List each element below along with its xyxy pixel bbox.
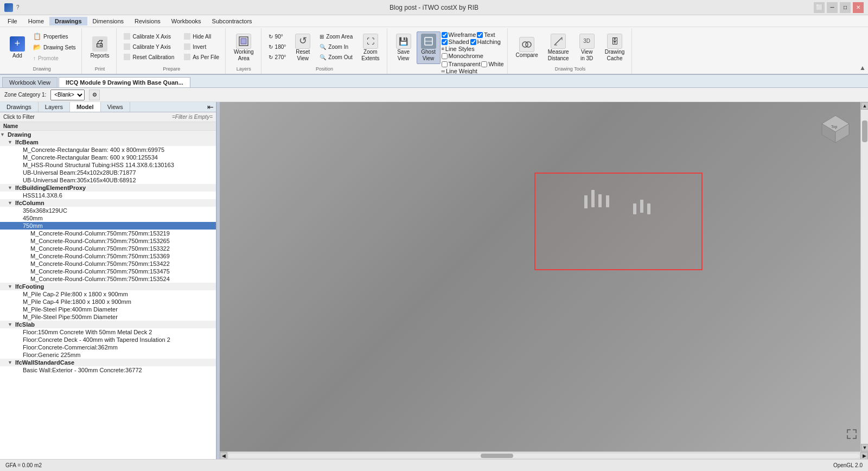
calibrate-x-button[interactable]: Calibrate X Axis: [121, 31, 177, 41]
tree-item-ub-universal-305[interactable]: UB-Universal Beam:305x165x40UB:68912: [0, 176, 216, 184]
measure-distance-button[interactable]: Measure Distance: [544, 31, 573, 64]
menu-revisions[interactable]: Revisions: [129, 17, 166, 26]
canvas-area[interactable]: Top: [220, 102, 868, 451]
ghost-view-button[interactable]: Ghost View: [417, 31, 441, 64]
promote-button[interactable]: ↑ Promote: [30, 53, 78, 63]
tree-item-ub-universal-254[interactable]: UB-Universal Beam:254x102x28UB:71877: [0, 169, 216, 176]
tree-item-floor-generic[interactable]: Floor:Generic 225mm: [0, 351, 216, 359]
scroll-right-arrow[interactable]: ▶: [860, 452, 868, 460]
tree-item-floor-concrete-comm[interactable]: Floor:Concrete-Commercial:362mm: [0, 343, 216, 351]
tree-item-m-col-153265[interactable]: M_Concrete-Round-Column:750mm:750mm:1532…: [0, 237, 216, 245]
tree-item-ifc-column[interactable]: ▼IfcColumn: [0, 199, 216, 207]
save-view-button[interactable]: 💾 Save View: [392, 31, 416, 64]
scroll-track-v[interactable]: [861, 110, 868, 444]
hide-all-button[interactable]: Hide All: [181, 31, 222, 41]
zone-settings-button[interactable]: ⚙: [89, 90, 100, 100]
drawing-sets-button[interactable]: 📂 Drawing Sets: [30, 42, 78, 52]
tree-item-m-col-153422[interactable]: M_Concrete-Round-Column:750mm:750mm:1534…: [0, 260, 216, 268]
text-check[interactable]: [477, 32, 483, 38]
tree-item-m-concrete-rect-400[interactable]: M_Concrete-Rectangular Beam: 400 x 800mm…: [0, 146, 216, 154]
restore-btn[interactable]: ⬜: [814, 2, 825, 13]
working-area-button[interactable]: Working Area: [230, 31, 258, 64]
tree-item-m-col-153369[interactable]: M_Concrete-Round-Column:750mm:750mm:1533…: [0, 252, 216, 260]
drawing-cache-button[interactable]: 🗄 Drawing Cache: [601, 31, 629, 64]
transparent-check[interactable]: [442, 61, 448, 67]
help-icon[interactable]: ?: [16, 4, 20, 10]
menu-drawings[interactable]: Drawings: [49, 17, 87, 26]
scroll-left-arrow[interactable]: ◀: [220, 452, 227, 460]
ribbon-collapse-icon[interactable]: ▲: [859, 64, 866, 72]
tree-item-750mm[interactable]: 750mm: [0, 222, 216, 230]
zone-category-select[interactable]: <Blank>: [50, 90, 85, 100]
tree-area[interactable]: ▼Drawing▼IfcBeamM_Concrete-Rectangular B…: [0, 131, 216, 459]
expand-button[interactable]: [846, 429, 857, 442]
white-check[interactable]: [481, 61, 487, 67]
tree-item-356x368[interactable]: 356x368x129UC: [0, 207, 216, 214]
calibrate-y-button[interactable]: Calibrate Y Axis: [121, 42, 177, 52]
zoom-area-button[interactable]: ⊞Zoom Area: [317, 31, 355, 41]
scroll-up-arrow[interactable]: ▲: [861, 102, 868, 110]
tree-item-drawing[interactable]: ▼Drawing: [0, 131, 216, 138]
zoom-extents-button[interactable]: ⛶ Zoom Extents: [358, 31, 383, 64]
tree-item-ifc-building[interactable]: ▼IfcBuildingElementProxy: [0, 184, 216, 192]
invert-button[interactable]: Invert: [181, 42, 222, 52]
as-per-file-button[interactable]: As Per File: [181, 52, 222, 62]
maximize-btn[interactable]: □: [840, 2, 851, 13]
3d-cube-widget[interactable]: Top: [819, 113, 852, 145]
tree-item-m-hss-round[interactable]: M_HSS-Round Structural Tubing:HSS 114.3X…: [0, 161, 216, 169]
shaded-check[interactable]: [442, 39, 448, 45]
scroll-track-h[interactable]: [228, 454, 859, 458]
properties-button[interactable]: 📋 Properties: [30, 31, 78, 41]
hatching-check[interactable]: [470, 39, 476, 45]
tab-layers[interactable]: Layers: [39, 102, 70, 112]
rotate-270-button[interactable]: ↻270°: [266, 52, 289, 62]
minimize-btn[interactable]: ─: [827, 2, 838, 13]
wireframe-check[interactable]: [442, 32, 448, 38]
view-3d-button[interactable]: 3D View in 3D: [575, 31, 599, 64]
tree-item-basic-wall[interactable]: Basic Wall:Exterior - 300mm Concrete:367…: [0, 366, 216, 374]
tree-item-ifc-beam[interactable]: ▼IfcBeam: [0, 138, 216, 146]
reset-calibration-button[interactable]: Reset Calibration: [121, 52, 177, 62]
tree-item-pile-cap-2[interactable]: M_Pile Cap-2 Pile:800 x 1800 x 900mm: [0, 290, 216, 298]
tree-item-m-col-153219[interactable]: M_Concrete-Round-Column:750mm:750mm:1532…: [0, 230, 216, 237]
vertical-scrollbar[interactable]: ▲ ▼: [860, 102, 868, 451]
panel-expand-icon[interactable]: ⇤: [207, 103, 214, 111]
tree-item-pile-steel-500[interactable]: M_Pile-Steel Pipe:500mm Diameter: [0, 313, 216, 321]
tree-item-ifc-slab[interactable]: ▼IfcSlab: [0, 321, 216, 328]
horizontal-scrollbar[interactable]: ◀ ▶: [220, 451, 868, 459]
tree-item-m-col-153475[interactable]: M_Concrete-Round-Column:750mm:750mm:1534…: [0, 268, 216, 275]
tree-item-m-col-153322[interactable]: M_Concrete-Round-Column:750mm:750mm:1533…: [0, 245, 216, 252]
filter-bar[interactable]: Click to Filter =Filter is Empty=: [0, 112, 216, 122]
menu-home[interactable]: Home: [23, 17, 49, 26]
tab-workbook-view[interactable]: Workbook View: [2, 77, 58, 87]
zoom-in-button[interactable]: 🔍Zoom In: [317, 42, 355, 52]
rotate-90-button[interactable]: ↻90°: [266, 31, 289, 41]
tree-item-ifc-wall-std[interactable]: ▼IfcWallStandardCase: [0, 359, 216, 366]
reset-view-button[interactable]: ↺ Reset View: [291, 31, 315, 64]
reports-button[interactable]: 🖨 Reports: [86, 31, 113, 64]
zoom-out-button[interactable]: 🔍Zoom Out: [317, 52, 355, 62]
menu-file[interactable]: File: [2, 17, 23, 26]
tree-item-pile-steel-400[interactable]: M_Pile-Steel Pipe:400mm Diameter: [0, 305, 216, 313]
tab-model[interactable]: Model: [70, 102, 101, 112]
tree-item-hss114[interactable]: HSS114.3X8.6: [0, 192, 216, 199]
rotate-180-button[interactable]: ↻180°: [266, 42, 289, 52]
close-btn[interactable]: ✕: [853, 2, 864, 13]
tree-item-m-concrete-rect-600[interactable]: M_Concrete-Rectangular Beam: 600 x 900:1…: [0, 154, 216, 161]
tab-drawings[interactable]: Drawings: [0, 102, 39, 112]
menu-subcontractors[interactable]: Subcontractors: [207, 17, 258, 26]
tree-item-m-col-153524[interactable]: M_Concrete-Round-Column:750mm:750mm:1535…: [0, 275, 216, 283]
scroll-thumb-h[interactable]: [481, 454, 513, 458]
monochrome-check[interactable]: [442, 53, 448, 59]
tree-item-ifc-footing[interactable]: ▼IfcFooting: [0, 283, 216, 290]
tree-item-floor-concrete-deck[interactable]: Floor:Concrete Deck - 400mm with Tapered…: [0, 336, 216, 343]
menu-dimensions[interactable]: Dimensions: [87, 17, 129, 26]
menu-workbooks[interactable]: Workbooks: [166, 17, 207, 26]
tab-ifc-module[interactable]: IfCQ Module 9 Drawing With Base Quan...: [59, 77, 190, 87]
add-button[interactable]: + Add: [5, 31, 29, 64]
tree-item-pile-cap-4[interactable]: M_Pile Cap-4 Pile:1800 x 1800 x 900mm: [0, 298, 216, 305]
scroll-thumb-v[interactable]: [862, 120, 867, 142]
compare-button[interactable]: Compare: [512, 31, 542, 64]
tab-views[interactable]: Views: [101, 102, 130, 112]
tree-item-floor-150[interactable]: Floor:150mm Concrete With 50mm Metal Dec…: [0, 328, 216, 336]
